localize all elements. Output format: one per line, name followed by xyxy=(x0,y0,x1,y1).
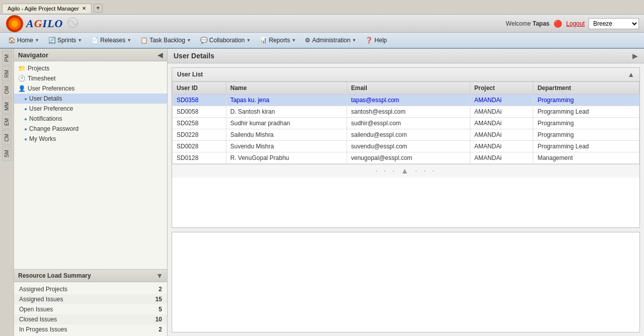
collaboration-arrow-icon: ▼ xyxy=(247,38,251,43)
sidebar-item-projects[interactable]: 📁 Projects xyxy=(14,63,167,73)
logo-icon xyxy=(5,14,24,33)
table-cell-name: R. VenuGopal Prabhu xyxy=(226,152,347,164)
table-cell-user_id: SD0258 xyxy=(173,118,226,129)
theme-selector[interactable]: Breeze Classic Dark xyxy=(589,18,639,29)
table-row[interactable]: SD0358Tapas ku. jenatapas@esspl.comAMAND… xyxy=(173,95,639,106)
table-row[interactable]: SD0058D. Santosh kiransantosh@esspl.comA… xyxy=(173,106,639,118)
table-cell-name: Sudhir kumar pradhan xyxy=(226,118,347,129)
col-header-email: Email xyxy=(347,82,470,95)
svg-point-2 xyxy=(11,20,18,27)
table-cell-email: sudhir@esspl.com xyxy=(347,118,470,129)
content-tab-label[interactable]: User Details xyxy=(174,52,214,60)
side-label-mm[interactable]: MM xyxy=(2,99,12,114)
table-row[interactable]: SD0128R. VenuGopal Prabhuvenugopal@esspl… xyxy=(173,152,639,164)
table-cell-name: Sailendu Mishra xyxy=(226,129,347,141)
content-header: User Details ▶ xyxy=(168,49,644,63)
nav-item-help[interactable]: ❓ Help xyxy=(361,35,391,46)
tab-close-button[interactable]: ✕ xyxy=(82,6,86,11)
side-label-sm[interactable]: SM xyxy=(2,146,12,161)
nav-item-releases[interactable]: 📄 Releases ▼ xyxy=(87,35,135,46)
resource-row-assigned-projects: Assigned Projects 2 xyxy=(14,284,167,294)
bullet-icon: ● xyxy=(24,96,27,102)
bullet-icon-2: ● xyxy=(24,106,27,112)
table-cell-department: Programming Lead xyxy=(533,106,639,118)
administration-icon: ⚙ xyxy=(305,37,310,44)
collaboration-icon: 💬 xyxy=(200,37,208,44)
resource-summary: Resource Load Summary ▼ Assigned Project… xyxy=(14,269,167,336)
nav-item-administration[interactable]: ⚙ Administration ▼ xyxy=(301,35,360,46)
col-header-project: Project xyxy=(470,82,533,95)
clock-icon: 🕐 xyxy=(18,75,26,82)
releases-arrow-icon: ▼ xyxy=(127,38,131,43)
table-cell-email: venugopal@esspl.com xyxy=(347,152,470,164)
table-row[interactable]: SD0028Suvendu Mishrasuvendu@esspl.comAMA… xyxy=(173,141,639,152)
table-cell-email: tapas@esspl.com xyxy=(347,95,470,106)
resource-summary-collapse-button[interactable]: ▼ xyxy=(156,272,163,280)
user-icon: 👤 xyxy=(18,85,26,92)
bullet-icon-3: ● xyxy=(24,116,27,122)
sidebar-item-timesheet[interactable]: 🕐 Timesheet xyxy=(14,73,167,83)
table-cell-department: Programming xyxy=(533,95,639,106)
resource-row-in-progress-issues: In Progess Issues 2 xyxy=(14,324,167,334)
logo-area: AGILO xyxy=(5,14,79,33)
logo-text: AGILO xyxy=(26,17,63,30)
releases-icon: 📄 xyxy=(91,37,99,44)
nav-item-reports[interactable]: 📊 Reports ▼ xyxy=(256,35,300,46)
side-label-cm[interactable]: CM xyxy=(2,130,12,145)
table-cell-user_id: SD0128 xyxy=(173,152,226,164)
resource-rows: Assigned Projects 2 Assigned Issues 15 O… xyxy=(14,282,167,336)
table-cell-user_id: SD0058 xyxy=(173,106,226,118)
logo-decoration xyxy=(67,17,79,30)
nav-item-home[interactable]: 🏠 Home ▼ xyxy=(4,35,43,46)
table-cell-project: AMANDAi xyxy=(470,141,533,152)
sidebar-item-change-password[interactable]: ● Change Password xyxy=(14,124,167,134)
table-cell-name: Tapas ku. jena xyxy=(226,95,347,106)
resource-row-closed-issues: Closed Issues 10 xyxy=(14,314,167,324)
sidebar-header: Navigator ◀ xyxy=(14,49,167,61)
help-icon: ❓ xyxy=(365,37,373,44)
table-cell-project: AMANDAi xyxy=(470,95,533,106)
nav-item-task-backlog[interactable]: 📋 Task Backlog ▼ xyxy=(136,35,195,46)
sidebar-item-my-works[interactable]: ● My Works xyxy=(14,134,167,144)
table-cell-user_id: SD0228 xyxy=(173,129,226,141)
content-area: User Details ▶ User List ▲ User ID Name xyxy=(168,49,644,336)
nav-item-collaboration[interactable]: 💬 Collaboration ▼ xyxy=(196,35,255,46)
table-cell-email: sailendu@esspl.com xyxy=(347,129,470,141)
reports-arrow-icon: ▼ xyxy=(291,38,296,43)
logout-button[interactable]: Logout xyxy=(566,20,585,27)
sidebar-item-user-preferences[interactable]: 👤 User Preferences xyxy=(14,83,167,94)
side-label-rm[interactable]: RM xyxy=(2,66,12,81)
table-row[interactable]: SD0228Sailendu Mishrasailendu@esspl.comA… xyxy=(173,129,639,141)
panel-title: User List xyxy=(177,71,203,78)
panel-collapse-button[interactable]: ▲ xyxy=(627,70,634,78)
reports-icon: 📊 xyxy=(260,37,267,44)
browser-tab[interactable]: Agilo - Agile Project Manager ✕ xyxy=(2,4,92,13)
sidebar-item-notifications[interactable]: ● Notifications xyxy=(14,114,167,124)
sidebar: Navigator ◀ 📁 Projects 🕐 Timesheet 👤 Use… xyxy=(14,49,168,336)
table-cell-project: AMANDAi xyxy=(470,106,533,118)
user-area: Welcome Tapas 🔴 Logout Breeze Classic Da… xyxy=(506,18,639,29)
nav-tree: 📁 Projects 🕐 Timesheet 👤 User Preference… xyxy=(14,61,167,269)
task-backlog-arrow-icon: ▼ xyxy=(187,38,191,43)
sidebar-collapse-button[interactable]: ◀ xyxy=(157,51,163,59)
sidebar-item-user-preference[interactable]: ● User Preference xyxy=(14,104,167,114)
bullet-icon-5: ● xyxy=(24,136,27,142)
table-row[interactable]: SD0258Sudhir kumar pradhansudhir@esspl.c… xyxy=(173,118,639,129)
side-label-om[interactable]: OM xyxy=(2,82,12,98)
logout-icon: 🔴 xyxy=(553,20,562,28)
resource-row-open-issues: Open Issues 5 xyxy=(14,304,167,314)
administration-arrow-icon: ▼ xyxy=(352,38,356,43)
folder-icon: 📁 xyxy=(18,65,26,72)
home-icon: 🏠 xyxy=(8,37,16,44)
panel-footer: · · · ▲ · · · xyxy=(172,164,639,178)
sidebar-item-user-details[interactable]: ● User Details xyxy=(14,94,167,104)
nav-item-sprints[interactable]: 🔄 Sprints ▼ xyxy=(44,35,86,46)
content-collapse-button[interactable]: ▶ xyxy=(632,52,638,60)
new-tab-button[interactable]: + xyxy=(94,4,103,13)
side-label-em[interactable]: EM xyxy=(2,115,12,129)
panel-header: User List ▲ xyxy=(172,68,639,81)
table-cell-email: santosh@esspl.com xyxy=(347,106,470,118)
bullet-icon-4: ● xyxy=(24,126,27,132)
side-label-pm[interactable]: PM xyxy=(2,51,12,65)
welcome-text: Welcome Tapas xyxy=(506,20,549,27)
